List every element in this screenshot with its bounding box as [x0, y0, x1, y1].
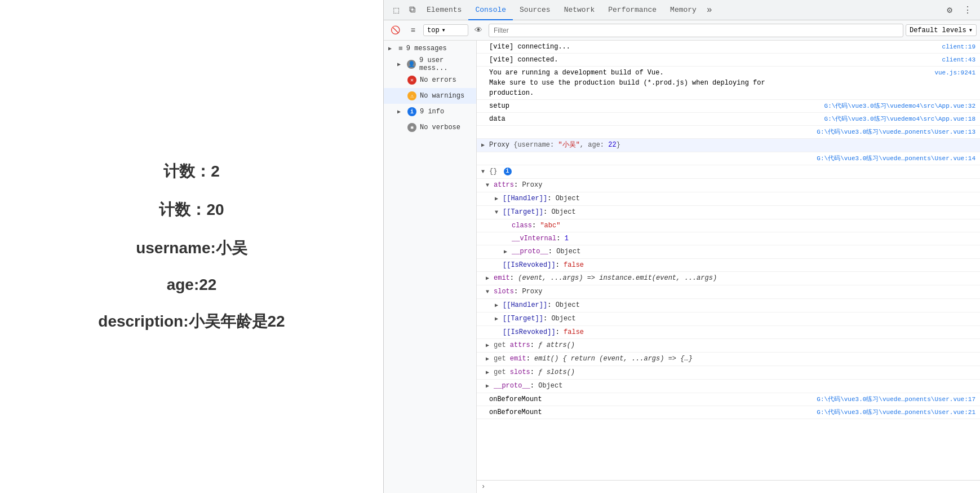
warning-icon: ⚠ [407, 91, 416, 100]
console-line-vite-connecting: [vite] connecting... client:19 [477, 41, 980, 54]
count2-display: 计数：20 [159, 199, 224, 221]
prompt-arrow-icon: › [481, 483, 485, 491]
source-link-client43[interactable]: client:43 [942, 55, 975, 65]
sidebar-item-verbose[interactable]: ✱ No verbose [384, 120, 476, 135]
console-line-isrevoked1: [[IsRevoked]]: false [477, 259, 980, 272]
verbose-icon: ✱ [407, 123, 416, 132]
source-link-app18[interactable]: G:\代码\vue3.0练习\vuedemo4\src\App.vue:18 [824, 114, 975, 124]
sidebar-item-warnings[interactable]: ⚠ No warnings [384, 88, 476, 104]
console-line-target2: ▶ [[Target]]: Object [477, 312, 980, 326]
sidebar-verbose-label: No verbose [420, 124, 460, 131]
sidebar-warnings-label: No warnings [420, 92, 464, 100]
console-line-vite-connected: [vite] connected. client:43 [477, 54, 980, 67]
info-icon: i [407, 107, 416, 116]
console-line-onBeforeMount2: onBeforeMount G:\代码\vue3.0练习\vuede…ponen… [477, 406, 980, 419]
sidebar-info-label: 9 info [420, 108, 444, 116]
console-line-onBeforeMount1: onBeforeMount G:\代码\vue3.0练习\vuede…ponen… [477, 393, 980, 406]
console-line-handler2: ▶ [[Handler]]: Object [477, 299, 980, 312]
console-line-setup: setup G:\代码\vue3.0练习\vuedemo4\src\App.vu… [477, 100, 980, 113]
console-line-get-emit: ▶ get emit: emit() { return (event, ...a… [477, 353, 980, 366]
sidebar-item-info[interactable]: ▶ i 9 info [384, 104, 476, 120]
console-line-vinternal: __vInternal: 1 [477, 232, 980, 245]
sidebar-item-messages[interactable]: ▶ ≡ 9 messages [384, 41, 476, 56]
clear-console-icon[interactable]: 🚫 [387, 23, 403, 38]
info-badge: i [504, 168, 512, 175]
more-tabs-button[interactable]: » [703, 0, 716, 20]
console-input[interactable] [487, 483, 975, 491]
console-line-get-slots: ▶ get slots: ƒ slots() [477, 366, 980, 380]
levels-selector[interactable]: Default levels ▾ [906, 24, 977, 36]
tab-memory[interactable]: Memory [663, 0, 703, 20]
console-line-obj-ref: G:\代码\vue3.0练习\vuede…ponents\User.vue:14 [477, 152, 980, 165]
sidebar-user-messages-label: 9 user mess... [419, 56, 472, 72]
filter-input[interactable] [489, 24, 903, 37]
source-link-user14[interactable]: G:\代码\vue3.0练习\vuede…ponents\User.vue:14 [817, 153, 975, 164]
error-icon: ✕ [407, 76, 416, 85]
eye-icon[interactable]: 👁 [471, 23, 486, 38]
console-output: [vite] connecting... client:19 [vite] co… [477, 41, 980, 480]
source-link-client19[interactable]: client:19 [942, 42, 975, 52]
console-line-class: class: "abc" [477, 219, 980, 232]
console-line-proxy-ref: G:\代码\vue3.0练习\vuede…ponents\User.vue:13 [477, 126, 980, 139]
console-line-data: data G:\代码\vue3.0练习\vuedemo4\src\App.vue… [477, 113, 980, 126]
tab-sources[interactable]: Sources [513, 0, 557, 20]
context-selector[interactable]: top ▾ [423, 24, 468, 36]
devtools-tabs-bar: ⬚ ⧉ Elements Console Sources Network Per… [384, 0, 980, 20]
age-display: age:22 [167, 276, 217, 294]
expand-info-icon: ▶ [397, 108, 404, 115]
console-line-handler1: ▶ [[Handler]]: Object [477, 192, 980, 206]
console-line-vue-dev: You are running a development build of V… [477, 67, 980, 100]
sidebar-messages-label: 9 messages [406, 45, 447, 52]
sidebar-item-user-messages[interactable]: ▶ 👤 9 user mess... [384, 56, 476, 72]
username-display: username:小吴 [136, 237, 247, 259]
source-link-app32[interactable]: G:\代码\vue3.0练习\vuedemo4\src\App.vue:32 [824, 101, 975, 111]
source-link-user13[interactable]: G:\代码\vue3.0练习\vuede…ponents\User.vue:13 [817, 127, 975, 137]
tab-network[interactable]: Network [557, 0, 602, 20]
console-line-isrevoked2: [[IsRevoked]]: false [477, 326, 980, 339]
tab-elements[interactable]: Elements [420, 0, 468, 20]
sidebar-item-errors[interactable]: ✕ No errors [384, 72, 476, 88]
count1-display: 计数：2 [163, 161, 220, 182]
cursor-icon[interactable]: ⬚ [388, 2, 404, 18]
console-sidebar: ▶ ≡ 9 messages ▶ 👤 9 user mess... ✕ No e… [384, 41, 477, 493]
context-dropdown-icon: ▾ [442, 26, 446, 34]
console-line-proto1: ▶ __proto__: Object [477, 245, 980, 259]
sidebar-toggle-icon[interactable]: ≡ [405, 23, 421, 38]
console-line-proxy-val: ▶ Proxy {username: "小吴", age: 22} [477, 139, 980, 152]
source-link-vuejs[interactable]: vue.js:9241 [934, 68, 975, 78]
more-options-icon[interactable]: ⋮ [960, 2, 975, 18]
console-line-obj-expanded: ▼ {} i [477, 165, 980, 179]
console-content: ▶ ≡ 9 messages ▶ 👤 9 user mess... ✕ No e… [384, 41, 980, 493]
user-icon: 👤 [407, 60, 416, 69]
console-line-proto-top: ▶ __proto__: Object [477, 380, 980, 393]
console-prompt: › [477, 480, 980, 493]
description-display: description:小吴年龄是22 [98, 311, 285, 332]
settings-icon[interactable]: ⚙ [942, 2, 957, 18]
source-link-user17[interactable]: G:\代码\vue3.0练习\vuede…ponents\User.vue:17 [817, 394, 975, 404]
app-panel: 计数：2 计数：20 username:小吴 age:22 descriptio… [0, 0, 383, 493]
console-toolbar: 🚫 ≡ top ▾ 👁 Default levels ▾ [384, 20, 980, 41]
console-line-attrs: ▼ attrs: Proxy [477, 179, 980, 192]
expand-messages-icon: ▶ [388, 45, 395, 52]
messages-list-icon: ≡ [398, 45, 403, 53]
levels-value: Default levels [910, 27, 966, 34]
devtools-panel: ⬚ ⧉ Elements Console Sources Network Per… [383, 0, 980, 493]
levels-dropdown-icon: ▾ [969, 26, 973, 34]
source-link-user21[interactable]: G:\代码\vue3.0练习\vuede…ponents\User.vue:21 [817, 407, 975, 417]
console-line-emit: ▶ emit: (event, ...args) => instance.emi… [477, 272, 980, 285]
console-line-target1: ▼ [[Target]]: Object [477, 206, 980, 219]
expand-user-messages-icon: ▶ [397, 61, 403, 68]
console-line-get-attrs: ▶ get attrs: ƒ attrs() [477, 339, 980, 353]
context-value: top [427, 27, 440, 34]
console-line-slots: ▼ slots: Proxy [477, 285, 980, 299]
tab-console[interactable]: Console [468, 0, 513, 20]
device-toolbar-icon[interactable]: ⧉ [404, 2, 420, 18]
sidebar-errors-label: No errors [420, 76, 456, 84]
tab-performance[interactable]: Performance [601, 0, 663, 20]
